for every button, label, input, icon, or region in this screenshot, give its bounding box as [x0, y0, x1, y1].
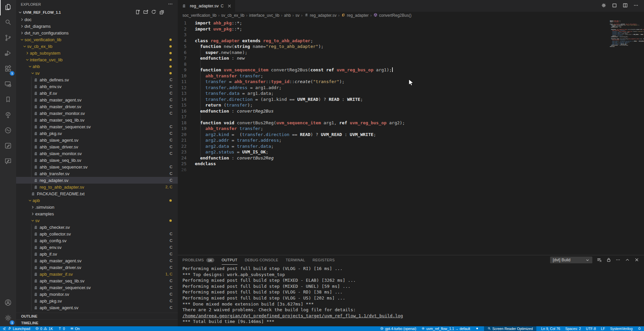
status-notifications[interactable]	[638, 326, 641, 331]
breadcrumb-item[interactable]: reg_adapter.sv	[304, 13, 336, 18]
tree-item-ahb_slave_agent.sv[interactable]: ahb_slave_agent.svC	[16, 137, 178, 143]
activity-account[interactable]	[0, 295, 16, 311]
code-line[interactable]: ahb_transfer transfer;	[195, 73, 607, 79]
breadcrumb-item[interactable]: sv_cb_ex_lib	[221, 13, 244, 18]
code-line[interactable]: endclass	[195, 161, 607, 167]
tree-item-apb_master_seq_lib.sv[interactable]: apb_master_seq_lib.svC	[16, 277, 178, 284]
status-screencast-mode[interactable]: On	[70, 326, 80, 331]
chevron-right-icon[interactable]	[30, 204, 35, 210]
chevron-right-icon[interactable]	[30, 211, 35, 216]
chevron-down-icon[interactable]	[22, 44, 27, 49]
activity-bookmarks[interactable]	[0, 92, 16, 108]
tree-item-ahb_slave_monitor.sv[interactable]: ahb_slave_monitor.svC	[16, 150, 178, 157]
maximize-panel-icon[interactable]	[625, 257, 630, 263]
panel-tab-terminal[interactable]: TERMINAL	[286, 255, 305, 265]
more-actions-icon[interactable]	[615, 257, 621, 263]
tree-item-sv_cb_ex_lib[interactable]: sv_cb_ex_lib	[16, 43, 178, 50]
status-dvt-project[interactable]: uvm_ref_flow_1.1 → default	[421, 326, 470, 331]
tree-item-reg_to_ahb_adapter.sv[interactable]: reg_to_ahb_adapter.sv2, C	[16, 184, 178, 190]
activity-remote-explorer[interactable]	[0, 77, 16, 92]
status-cursor-position[interactable]: Ln 9, Col 76	[541, 326, 560, 331]
tree-item-apb_subsystem[interactable]: apb_subsystem	[16, 50, 178, 56]
chevron-down-icon[interactable]	[19, 37, 24, 42]
code-line[interactable]: transfer.data = arg1.data;	[195, 90, 607, 96]
code-line[interactable]: endfunction : new	[195, 55, 607, 61]
tree-item-PACKAGE_README.txt[interactable]: PACKAGE_README.txt	[16, 190, 178, 197]
chevron-right-icon[interactable]	[19, 17, 24, 22]
tree-item-ahb_transfer.sv[interactable]: ahb_transfer.svC	[16, 170, 178, 177]
tree-item-ahb_master_seq_lib.sv[interactable]: ahb_master_seq_lib.sv	[16, 117, 178, 123]
tree-item-ahb_master_agent.sv[interactable]: ahb_master_agent.svC	[16, 96, 178, 103]
tree-item-apb_checker.sv[interactable]: apb_checker.sv	[16, 224, 178, 230]
code-line[interactable]: transfer.direction = (arg1.kind == UVM_R…	[195, 96, 607, 103]
status-eol[interactable]: LF	[601, 326, 605, 331]
more-actions-icon[interactable]	[168, 1, 173, 7]
layout-icon[interactable]	[612, 3, 617, 9]
chevron-down-icon[interactable]	[30, 218, 35, 223]
more-actions-icon[interactable]	[633, 3, 639, 9]
breadcrumb-item[interactable]: sv	[296, 13, 300, 18]
activity-source-control[interactable]	[0, 31, 16, 46]
tree-item-ahb_if.sv[interactable]: ahb_if.svC	[16, 90, 178, 96]
breadcrumb-item[interactable]: convertReg2Bus()	[373, 13, 412, 18]
tree-item-ahb_master_monitor.sv[interactable]: ahb_master_monitor.svC	[16, 110, 178, 117]
status-ai-model[interactable]: gpt-4-turbo (openai)	[380, 326, 416, 331]
activity-run-debug[interactable]	[0, 46, 16, 62]
code-line[interactable]	[195, 61, 607, 67]
tree-item-apb_config.sv[interactable]: apb_config.svC	[16, 237, 178, 244]
code-line[interactable]: function void convertBus2Reg(uvm_sequenc…	[195, 120, 607, 126]
chevron-down-icon[interactable]	[30, 70, 35, 76]
code-line[interactable]: import uvm_pkg::*;	[195, 26, 607, 32]
status-language-mode[interactable]: SystemVerilog	[610, 326, 633, 331]
refresh-icon[interactable]	[151, 9, 156, 15]
code-line[interactable]: endfunction : convertBus2Reg	[195, 155, 607, 161]
chevron-right-icon[interactable]	[25, 50, 30, 56]
build-log-link[interactable]: /home/andreea.georgian/dvt_predefined_pr…	[182, 313, 644, 319]
tree-item-examples[interactable]: examples	[16, 210, 178, 217]
chevron-down-icon[interactable]	[28, 64, 33, 69]
tree-item-ahb_slave_sequencer.sv[interactable]: ahb_slave_sequencer.svC	[16, 163, 178, 170]
tree-item-apb_env.sv[interactable]: apb_env.svC	[16, 244, 178, 251]
code-line[interactable]: return (transfer);	[195, 102, 607, 108]
tree-item-soc_verification_lib[interactable]: soc_verification_lib	[16, 36, 178, 43]
tree-item-doc[interactable]: doc	[16, 16, 178, 23]
activity-explorer[interactable]	[0, 0, 16, 15]
outline-section[interactable]: OUTLINE	[16, 313, 178, 320]
activity-dvt-editor[interactable]	[0, 139, 16, 154]
tree-item-apb_master_sequencer.sv[interactable]: apb_master_sequencer.svC	[16, 284, 178, 291]
activity-waveform-viewer[interactable]	[0, 123, 16, 139]
breadcrumb-item[interactable]: reg_adapter	[341, 13, 369, 18]
collapse-all-icon[interactable]	[159, 9, 164, 15]
tree-item-apb_monitor.sv[interactable]: apb_monitor.svC	[16, 291, 178, 297]
tree-item-ahb_master_driver.sv[interactable]: ahb_master_driver.svC	[16, 103, 178, 110]
tree-item-sv[interactable]: sv	[16, 70, 178, 76]
code-line[interactable]: function uvm_sequence_item convertReg2Bu…	[195, 67, 607, 73]
chevron-down-icon[interactable]	[17, 10, 22, 15]
code-line[interactable]	[195, 167, 607, 173]
chevron-right-icon[interactable]	[19, 30, 24, 36]
tree-item-dvt_run_configurations[interactable]: dvt_run_configurations	[16, 29, 178, 36]
code-line[interactable]: transfer = ahb_transfer::type_id::create…	[195, 79, 607, 85]
tree-item-apb_master_if.sv[interactable]: apb_master_if.sv1, C	[16, 271, 178, 277]
code-line[interactable]: super.new(name);	[195, 50, 607, 56]
tree-item-ahb_master_sequencer.sv[interactable]: ahb_master_sequencer.svC	[16, 123, 178, 130]
tree-item-ahb_pkg.sv[interactable]: ahb_pkg.svC	[16, 130, 178, 137]
tree-item-interface_uvc_lib[interactable]: interface_uvc_lib	[16, 56, 178, 63]
activity-dvt-comments[interactable]	[0, 154, 16, 170]
status-encoding[interactable]: UTF-8	[586, 326, 596, 331]
new-file-icon[interactable]	[135, 9, 140, 15]
tree-item-.simvision[interactable]: .simvision	[16, 204, 178, 210]
status-dvt-connection[interactable]: 0	[58, 326, 65, 331]
settings-gear-icon[interactable]	[601, 3, 606, 9]
activity-search[interactable]	[0, 15, 16, 31]
tree-item-apb_collector.sv[interactable]: apb_collector.svC	[16, 230, 178, 237]
chevron-down-icon[interactable]	[28, 198, 33, 203]
status-notification-dot[interactable]	[475, 326, 479, 331]
panel-tab-registers[interactable]: REGISTERS	[313, 255, 335, 265]
chevron-right-icon[interactable]	[19, 23, 24, 29]
chevron-down-icon[interactable]	[25, 57, 30, 62]
code-line[interactable]: function new(string name="reg_to_ahb_ada…	[195, 44, 607, 50]
tree-item-apb[interactable]: apb	[16, 197, 178, 204]
tree-item-apb_pkg.sv[interactable]: apb_pkg.svC	[16, 297, 178, 304]
status-launchpad[interactable]: Launchpad	[3, 326, 30, 331]
